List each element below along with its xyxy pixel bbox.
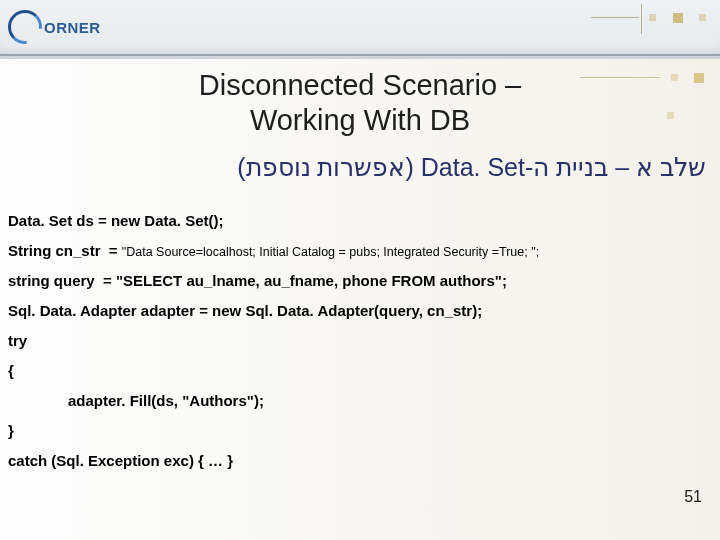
page-number: 51 (684, 488, 702, 506)
code-line-5: try (8, 326, 712, 356)
slide-root: ORNER Disconnected Scenario – Working Wi… (0, 0, 720, 540)
header-decoration (591, 8, 712, 26)
code-line-6: { (8, 356, 712, 386)
logo-text: ORNER (44, 19, 101, 36)
corner-logo: ORNER (8, 10, 118, 44)
logo-c-swirl-icon (8, 10, 42, 44)
title-line-2: Working With DB (0, 103, 720, 138)
header-band: ORNER (0, 0, 720, 56)
code-line-1: Data. Set ds = new Data. Set(); (8, 206, 712, 236)
slide-subtitle: שלב א – בניית ה-Data. Set (אפשרות נוספת) (0, 153, 706, 182)
code-line-2: String cn_str = "Data Source=localhost; … (8, 236, 712, 266)
code-block: Data. Set ds = new Data. Set(); String c… (8, 206, 712, 476)
sub-decoration (580, 68, 710, 86)
code-line-7: adapter. Fill(ds, "Authors"); (8, 386, 712, 416)
code-line-8: } (8, 416, 712, 446)
code-line-4: Sql. Data. Adapter adapter = new Sql. Da… (8, 296, 712, 326)
code-line-9: catch (Sql. Exception exc) { … } (8, 446, 712, 476)
code-line-3: string query = "SELECT au_lname, au_fnam… (8, 266, 712, 296)
sub-decoration-2 (661, 106, 680, 124)
